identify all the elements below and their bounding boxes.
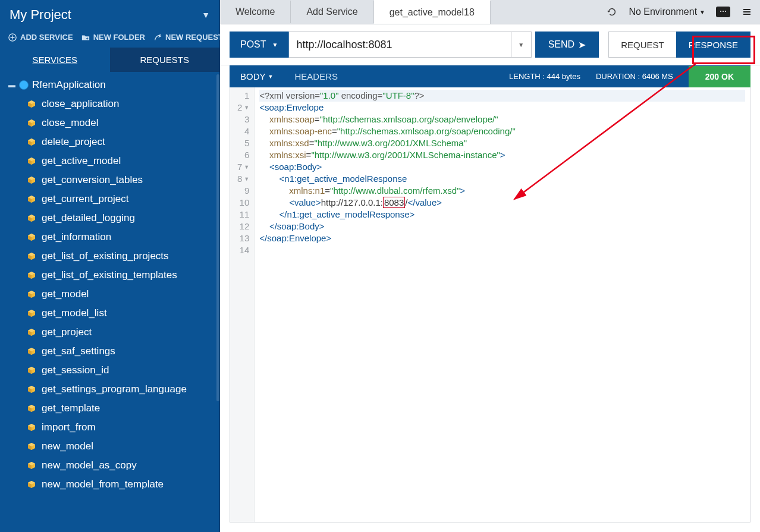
project-title: My Project: [10, 7, 71, 23]
tree-item[interactable]: new_model_as_copy: [2, 456, 219, 475]
tab-services[interactable]: SERVICES: [0, 48, 110, 72]
menu-icon[interactable]: [741, 6, 753, 18]
tree-item[interactable]: get_model_list: [2, 304, 219, 323]
tree-item[interactable]: get_information: [2, 228, 219, 247]
tree-item[interactable]: close_application: [2, 95, 219, 114]
tab-requests[interactable]: REQUESTS: [110, 48, 220, 72]
tree-item[interactable]: get_settings_program_language: [2, 380, 219, 399]
tree-item-label: import_from: [42, 421, 96, 433]
add-service-button[interactable]: ADD SERVICE: [8, 33, 73, 42]
tree-item[interactable]: get_saf_settings: [2, 342, 219, 361]
operation-icon: [27, 138, 36, 146]
tree-item-label: get_active_model: [42, 155, 121, 167]
tab-get-active-model18[interactable]: get_active_model18: [374, 0, 491, 24]
operation-icon: [27, 423, 36, 432]
refresh-icon[interactable]: [606, 6, 618, 18]
new-folder-button[interactable]: NEW FOLDER: [81, 33, 145, 42]
operation-icon: [27, 233, 36, 241]
code-content[interactable]: <?xml version="1.0" encoding="UTF-8"?><s…: [255, 87, 750, 522]
folder-plus-icon: [81, 33, 90, 42]
operation-icon: [27, 347, 36, 355]
svg-point-4: [725, 11, 726, 12]
tree-item-label: close_application: [42, 98, 119, 110]
request-bar: POST ▼ http://localhost:8081 ▼ SEND ➤ RE…: [220, 24, 760, 65]
url-history-dropdown[interactable]: ▼: [511, 32, 532, 58]
chevron-down-icon: ▼: [202, 10, 210, 20]
chevron-down-icon: ▼: [518, 42, 524, 48]
tab-welcome[interactable]: Welcome: [220, 1, 291, 23]
tree-item-label: new_model_from_template: [42, 479, 164, 490]
tree-item[interactable]: get_active_model: [2, 152, 219, 171]
chat-icon[interactable]: [716, 7, 730, 17]
sidebar-actions: ADD SERVICE NEW FOLDER NEW REQUEST: [0, 32, 219, 48]
tree-item-label: get_session_id: [42, 364, 109, 376]
tree-item[interactable]: import_from: [2, 418, 219, 437]
chevron-down-icon: ▼: [699, 9, 705, 15]
request-tab-button[interactable]: REQUEST: [608, 32, 676, 58]
tree-item-label: delete_project: [42, 136, 105, 148]
collapse-icon[interactable]: ▬: [8, 81, 15, 89]
operation-icon: [27, 461, 36, 470]
operation-icon: [27, 157, 36, 165]
chevron-down-icon: ▼: [268, 74, 274, 80]
tree-item[interactable]: get_model: [2, 285, 219, 304]
body-tab[interactable]: BODY ▼: [230, 65, 284, 87]
scrollbar[interactable]: [216, 74, 219, 401]
operation-icon: [27, 328, 36, 336]
new-request-icon: [153, 33, 162, 42]
line-gutter: 12 ▼34567 ▼8 ▼91011121314: [230, 87, 255, 522]
new-request-button[interactable]: NEW REQUEST: [153, 33, 223, 42]
tree-item[interactable]: get_session_id: [2, 361, 219, 380]
send-button[interactable]: SEND ➤: [535, 32, 599, 58]
tree-item-label: new_model_as_copy: [42, 459, 137, 471]
root-label: RfemApplication: [32, 79, 106, 91]
tree-item-label: get_saf_settings: [42, 345, 115, 357]
tree-item-label: close_model: [42, 117, 98, 129]
tree-item[interactable]: delete_project: [2, 133, 219, 152]
operation-icon: [27, 385, 36, 394]
tree-item-label: get_current_project: [42, 193, 128, 205]
tree-item[interactable]: get_project: [2, 323, 219, 342]
status-badge: 200 OK: [689, 66, 750, 87]
operation-icon: [27, 252, 36, 260]
tree-item[interactable]: get_conversion_tables: [2, 171, 219, 190]
operation-icon: [27, 442, 36, 451]
operation-icon: [27, 119, 36, 127]
tree-item[interactable]: get_list_of_existing_projects: [2, 247, 219, 266]
tree-item-label: get_detailed_logging: [42, 212, 135, 224]
tree-item[interactable]: get_template: [2, 399, 219, 418]
duration-info: DURATION : 6406 MS: [596, 72, 673, 81]
main-area: Welcome Add Service get_active_model18 N…: [220, 0, 760, 532]
tree-item-label: get_list_of_existing_projects: [42, 250, 169, 262]
project-header[interactable]: My Project ▼: [0, 0, 219, 32]
length-info: LENGTH : 444 bytes: [509, 72, 580, 81]
tree-item[interactable]: close_model: [2, 114, 219, 133]
svg-point-2: [720, 11, 721, 12]
url-input[interactable]: http://localhost:8081: [289, 32, 511, 58]
tree-item[interactable]: get_current_project: [2, 190, 219, 209]
headers-tab[interactable]: HEADERS: [284, 65, 348, 87]
operation-icon: [27, 271, 36, 279]
environment-selector[interactable]: No Environment ▼: [629, 7, 705, 17]
operation-icon: [27, 366, 36, 374]
tab-bar: Welcome Add Service get_active_model18 N…: [220, 0, 760, 24]
tree-root[interactable]: ▬ RfemApplication: [2, 75, 219, 95]
response-header-bar: BODY ▼ HEADERS LENGTH : 444 bytes DURATI…: [230, 65, 750, 87]
tree-item-label: get_information: [42, 231, 111, 243]
operation-icon: [27, 100, 36, 108]
response-tab-button[interactable]: RESPONSE: [676, 32, 750, 58]
tree-item-label: get_model: [42, 288, 89, 300]
sidebar: My Project ▼ ADD SERVICE NEW FOLDER NE: [0, 0, 220, 532]
tree-item[interactable]: new_model_from_template: [2, 475, 219, 494]
response-body-viewer[interactable]: 12 ▼34567 ▼8 ▼91011121314 <?xml version=…: [230, 87, 750, 522]
tree-item[interactable]: new_model: [2, 437, 219, 456]
method-selector[interactable]: POST ▼: [230, 32, 289, 58]
operation-icon: [27, 214, 36, 222]
tree-item-label: get_model_list: [42, 307, 107, 319]
tree-item-label: new_model: [42, 440, 93, 452]
tree-item[interactable]: get_list_of_existing_templates: [2, 266, 219, 285]
tree-item-label: get_conversion_tables: [42, 174, 143, 186]
tab-add-service[interactable]: Add Service: [291, 1, 373, 23]
tree-item[interactable]: get_detailed_logging: [2, 209, 219, 228]
operation-icon: [27, 404, 36, 413]
